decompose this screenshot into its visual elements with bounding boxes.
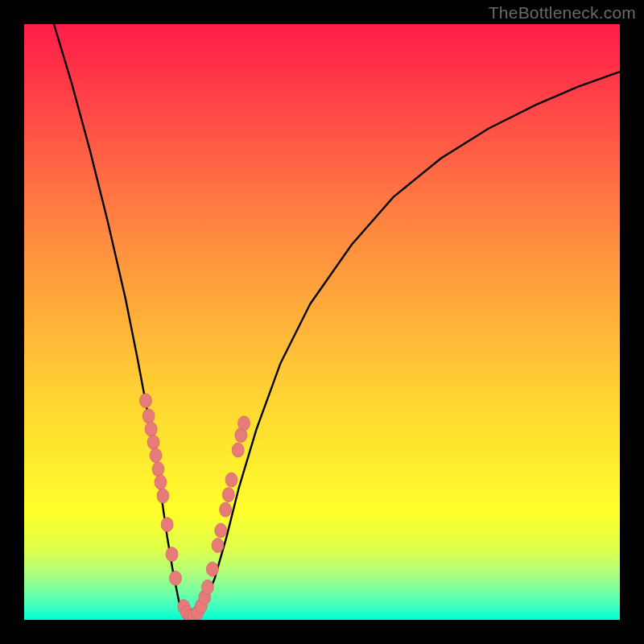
curve-marker xyxy=(145,422,157,436)
curve-marker xyxy=(150,448,162,463)
curve-marker xyxy=(215,523,227,538)
chart-frame: TheBottleneck.com xyxy=(0,0,644,644)
plot-area xyxy=(24,24,620,620)
curve-marker xyxy=(169,571,181,585)
bottleneck-curve xyxy=(54,24,620,620)
watermark-text: TheBottleneck.com xyxy=(489,3,636,23)
curve-marker xyxy=(147,435,159,449)
curve-marker xyxy=(238,416,250,431)
curve-marker xyxy=(161,518,173,532)
curve-marker xyxy=(142,409,155,423)
curve-marker xyxy=(157,489,169,503)
curve-marker xyxy=(206,562,218,576)
curve-layer xyxy=(24,24,620,620)
curve-marker xyxy=(155,475,167,489)
curve-marker xyxy=(212,539,224,553)
curve-marker xyxy=(220,502,232,517)
curve-marker xyxy=(225,473,237,487)
curve-marker xyxy=(232,443,244,457)
curve-marker xyxy=(166,547,178,562)
curve-marker xyxy=(222,488,234,502)
curve-marker xyxy=(139,394,151,408)
curve-marker xyxy=(201,580,213,594)
curve-marker xyxy=(152,462,164,477)
